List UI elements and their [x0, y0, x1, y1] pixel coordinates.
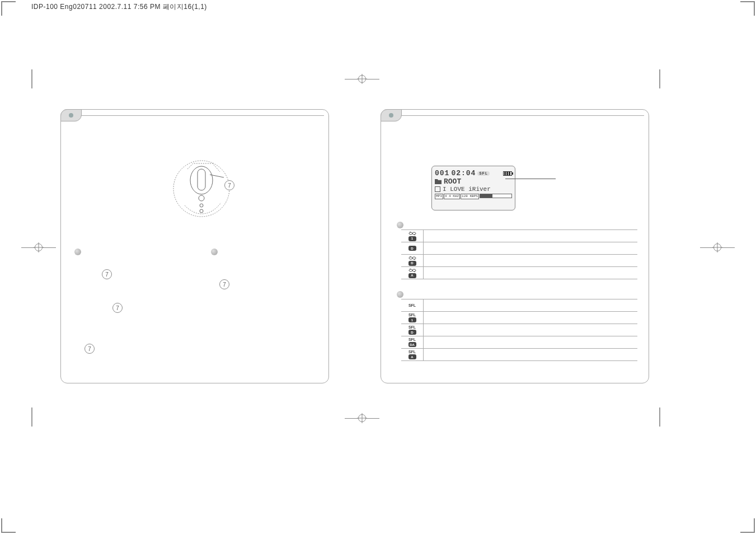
mode-description [424, 354, 637, 356]
callout-circle-7: 7 [112, 303, 123, 313]
lcd-codec-tag: MP3 [435, 194, 443, 199]
tick-mark [31, 69, 32, 88]
table-row: A [401, 267, 637, 279]
registration-mark-icon [21, 243, 56, 251]
lcd-kbps-tag: 128 KBPS [461, 194, 479, 199]
callout-circle-7: 7 [84, 344, 95, 354]
bullet-icon [397, 291, 403, 298]
crop-mark-icon [1, 1, 16, 16]
table-row: SFLD [401, 324, 637, 336]
mode-icon-cell: A [401, 267, 424, 279]
svg-point-5 [200, 209, 203, 213]
lcd-elapsed-time: 02:04 [451, 169, 476, 177]
folder-icon [435, 179, 442, 184]
table-row: SFLA [401, 349, 637, 361]
mode-chip: D [408, 330, 416, 335]
mode-description [424, 260, 637, 262]
callout-circle-7: 7 [224, 180, 234, 190]
repeat-mode-table: 1DDA [401, 229, 637, 279]
device-illustration [171, 158, 232, 219]
lcd-folder-name: ROOT [444, 177, 461, 186]
lcd-khz-tag: 4 4 KHZ [444, 194, 460, 199]
mode-icon-cell: 1 [401, 230, 424, 242]
crop-mark-icon [740, 518, 755, 533]
mode-chip: DA [408, 342, 416, 347]
bullet-icon [211, 249, 218, 255]
callout-circle-7: 7 [219, 279, 229, 289]
battery-icon [503, 171, 512, 176]
table-row: SFL [401, 299, 637, 312]
divider [401, 115, 644, 116]
callout-circle-7: 7 [102, 269, 112, 279]
sfl-label: SFL [408, 350, 416, 354]
mode-description [424, 329, 637, 331]
svg-point-4 [200, 204, 203, 207]
prepress-header: IDP-100 Eng020711 2002.7.11 7:56 PM 페이지1… [31, 2, 207, 12]
mode-icon-cell: D [401, 255, 424, 266]
table-row: D [401, 255, 637, 267]
mode-description [424, 341, 637, 344]
leader-line [505, 174, 506, 175]
lcd-mode-badge: SFL [477, 171, 490, 176]
mode-chip: 1 [408, 236, 416, 241]
registration-mark-icon [345, 75, 379, 83]
crop-mark-icon [740, 1, 755, 16]
mode-icon-cell: D [401, 242, 424, 254]
mode-icon-cell: SFL1 [401, 312, 424, 324]
table-row: D [401, 242, 637, 255]
lcd-screen: 001 02:04 SFL ROOT I LOVE iRiver MP3 4 4… [431, 166, 515, 210]
registration-mark-icon [345, 414, 379, 422]
mode-description [424, 235, 637, 237]
manual-page-right: 001 02:04 SFL ROOT I LOVE iRiver MP3 4 4… [381, 109, 649, 383]
bullet-icon [397, 222, 403, 228]
mode-chip: D [408, 261, 416, 266]
mode-icon-cell: SFL [401, 299, 424, 311]
sfl-label: SFL [408, 325, 416, 329]
table-row: SFLDA [401, 336, 637, 349]
sfl-label: SFL [408, 338, 416, 341]
shuffle-mode-table: SFLSFL1SFLDSFLDASFLA [401, 299, 637, 361]
tick-mark [659, 69, 660, 88]
mode-icon-cell: SFLDA [401, 336, 424, 348]
mode-description [424, 317, 637, 319]
mode-description [424, 247, 637, 250]
registration-mark-icon [700, 243, 735, 251]
svg-point-3 [199, 195, 204, 201]
sfl-label: SFL [408, 313, 416, 317]
sfl-label: SFL [408, 303, 416, 307]
lcd-track-number: 001 [435, 169, 449, 177]
page-tab-icon [381, 109, 402, 121]
mode-chip: 1 [408, 317, 416, 322]
divider [81, 115, 324, 116]
manual-page-left: 7 7 7 7 7 [60, 109, 329, 383]
svg-rect-2 [198, 169, 205, 190]
lcd-song-title: I LOVE iRiver [443, 186, 491, 193]
page-tab-icon [60, 109, 82, 121]
mode-icon-cell: SFLA [401, 349, 424, 360]
repeat-loop-icon [408, 231, 417, 236]
repeat-loop-icon [408, 268, 417, 273]
music-note-icon [435, 186, 440, 192]
table-row: SFL1 [401, 312, 637, 324]
mode-chip: D [408, 246, 416, 251]
table-row: 1 [401, 230, 637, 242]
crop-mark-icon [1, 518, 16, 533]
mode-description [424, 272, 637, 274]
bullet-icon [74, 249, 81, 255]
mode-chip: A [408, 354, 416, 359]
repeat-loop-icon [408, 256, 417, 260]
tick-mark [31, 407, 32, 427]
mode-icon-cell: SFLD [401, 324, 424, 336]
mode-chip: A [408, 273, 416, 278]
mode-description [424, 305, 637, 307]
tick-mark [659, 407, 660, 427]
progress-bar-icon [480, 194, 512, 198]
